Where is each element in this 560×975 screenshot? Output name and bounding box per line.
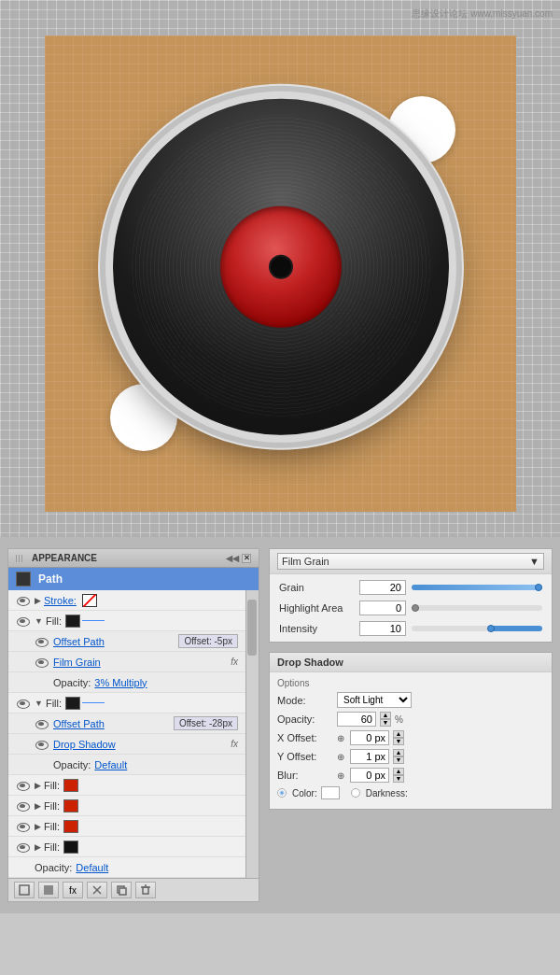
appearance-title-bar: APPEARANCE ◀◀ ✕: [8, 549, 259, 568]
fill-swatch-6[interactable]: [63, 841, 78, 854]
opacity-stepper[interactable]: ▲ ▼: [380, 712, 391, 727]
fill-label-4: Fill:: [44, 800, 60, 812]
intensity-input[interactable]: [359, 621, 406, 636]
highlight-slider-handle: [412, 604, 419, 612]
expand-arrow-fill5[interactable]: ▶: [35, 822, 41, 831]
right-panels: Film Grain ▼ Grain Highlight Area: [269, 548, 553, 902]
blur-up[interactable]: ▲: [393, 768, 404, 775]
fill-swatch-1[interactable]: [65, 615, 80, 628]
opacity-label-1: Opacity:: [53, 677, 91, 688]
fill-swatch-4[interactable]: [63, 799, 78, 812]
intensity-slider-handle: [487, 625, 495, 632]
stroke-swatch[interactable]: [82, 594, 97, 607]
clear-button[interactable]: [87, 882, 107, 898]
intensity-slider[interactable]: [412, 626, 542, 631]
blur-down[interactable]: ▼: [393, 775, 404, 783]
visibility-icon-dropshadow[interactable]: [35, 740, 48, 749]
new-fill-button[interactable]: [38, 882, 59, 898]
y-offset-stepper[interactable]: ▲ ▼: [393, 749, 404, 764]
grain-row: Grain: [279, 580, 542, 595]
fill-row-1: ▼ Fill:: [8, 611, 245, 631]
fx-button[interactable]: fx: [63, 882, 83, 898]
duplicate-button[interactable]: [111, 882, 132, 898]
filter-select-arrow: ▼: [529, 556, 539, 567]
fill-swatch-2[interactable]: [65, 697, 80, 710]
blur-stepper[interactable]: ▲ ▼: [393, 768, 404, 783]
visibility-icon-fill6[interactable]: [16, 842, 29, 852]
x-offset-input[interactable]: [350, 730, 389, 745]
scrollbar[interactable]: [245, 590, 259, 878]
offset-path-label-1[interactable]: Offset Path: [53, 636, 105, 647]
filter-dropdown-bar: Film Grain ▼: [270, 549, 552, 574]
fill-label-2: Fill:: [46, 698, 62, 709]
expand-arrow-fill6[interactable]: ▶: [35, 842, 41, 852]
offset-badge-1: Offset: -5px: [178, 634, 238, 648]
darkness-radio[interactable]: [351, 788, 360, 798]
expand-arrow-fill3[interactable]: ▶: [35, 781, 41, 790]
opacity-value-2[interactable]: Default: [94, 759, 127, 770]
x-offset-up[interactable]: ▲: [393, 730, 404, 738]
expand-arrow-stroke[interactable]: ▶: [35, 596, 41, 605]
x-offset-down[interactable]: ▼: [393, 738, 404, 745]
fill-swatch-3[interactable]: [63, 779, 78, 792]
visibility-icon-offset2[interactable]: [35, 719, 48, 728]
expand-arrow-fill1[interactable]: ▼: [35, 616, 43, 626]
color-swatch[interactable]: [321, 786, 340, 799]
expand-arrow-fill4[interactable]: ▶: [35, 801, 41, 811]
grain-slider[interactable]: [412, 585, 542, 590]
panel-close-button[interactable]: ✕: [242, 554, 251, 563]
filter-rows: Grain Highlight Area Intensity: [270, 574, 552, 642]
opacity-up[interactable]: ▲: [380, 712, 391, 719]
drop-shadow-label[interactable]: Drop Shadow: [53, 739, 116, 750]
film-grain-label[interactable]: Film Grain: [53, 657, 101, 668]
appearance-content: ▶ Stroke: ▼ Fill: R: 0 G: 0: [8, 590, 259, 878]
visibility-icon-fill4[interactable]: [16, 801, 29, 811]
opacity-pct: %: [395, 714, 403, 725]
stroke-label[interactable]: Stroke:: [44, 595, 77, 606]
scrollbar-thumb[interactable]: [247, 600, 257, 656]
mode-select[interactable]: Soft Light: [337, 692, 412, 708]
mode-row: Mode: Soft Light: [277, 692, 544, 708]
path-label: Path: [38, 572, 63, 586]
y-offset-up[interactable]: ▲: [393, 749, 404, 756]
offset-path-row-1: Offset Path Offset: -5px: [8, 631, 245, 652]
visibility-icon-fill2[interactable]: [16, 699, 29, 708]
new-layer-button[interactable]: [14, 882, 35, 898]
opacity-down[interactable]: ▼: [380, 719, 391, 727]
fill-row-6: ▶ Fill:: [8, 837, 245, 857]
visibility-icon-stroke[interactable]: [16, 596, 29, 605]
fx-badge-dropshadow: fx: [231, 739, 238, 749]
grain-input[interactable]: [359, 580, 406, 595]
fill-swatch-5[interactable]: [63, 820, 78, 833]
visibility-icon-filmgrain[interactable]: [35, 657, 48, 667]
offset-path-label-2[interactable]: Offset Path: [53, 718, 105, 729]
blur-row: Blur: ⊕ ▲ ▼: [277, 768, 544, 783]
color-radio[interactable]: [277, 788, 287, 798]
y-offset-input[interactable]: [350, 749, 389, 764]
visibility-icon-fill5[interactable]: [16, 822, 29, 831]
opacity-value-1[interactable]: 3% Multiply: [94, 677, 147, 688]
x-offset-stepper[interactable]: ▲ ▼: [393, 730, 404, 745]
opacity-row-2: Opacity: Default: [8, 755, 245, 775]
visibility-icon-fill3[interactable]: [16, 781, 29, 790]
darkness-label: Darkness:: [366, 788, 408, 798]
grain-label: Grain: [279, 582, 354, 593]
y-offset-down[interactable]: ▼: [393, 756, 404, 764]
filter-select[interactable]: Film Grain ▼: [277, 553, 544, 570]
blur-input[interactable]: [350, 768, 389, 783]
ds-opacity-input[interactable]: [337, 712, 376, 727]
expand-arrow-fill2[interactable]: ▼: [35, 699, 43, 708]
visibility-icon-offset1[interactable]: [35, 637, 48, 646]
x-offset-icon: ⊕: [337, 733, 344, 743]
highlight-slider[interactable]: [412, 605, 542, 611]
highlight-input[interactable]: [359, 601, 406, 615]
panel-toolbar: fx: [8, 878, 259, 901]
y-offset-label: Y Offset:: [277, 751, 333, 762]
grain-slider-handle: [535, 584, 542, 591]
opacity-value-bottom[interactable]: Default: [76, 862, 108, 873]
options-label: Options: [277, 678, 544, 688]
blur-label: Blur:: [277, 770, 333, 781]
delete-button[interactable]: [135, 882, 156, 898]
ds-opacity-label: Opacity:: [277, 714, 333, 725]
visibility-icon-fill1[interactable]: [16, 616, 29, 626]
